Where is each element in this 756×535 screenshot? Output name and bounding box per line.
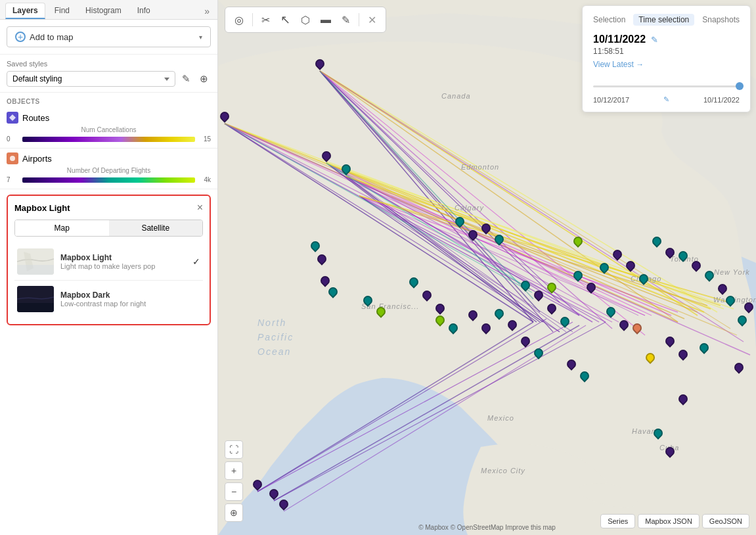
airport-pin-mw3[interactable] <box>547 304 556 315</box>
time-slider[interactable] <box>593 81 740 91</box>
airport-pin-dal1[interactable] <box>521 337 530 348</box>
toolbar-battery-button[interactable]: ▬ <box>317 12 335 28</box>
airport-pin-wc2[interactable] <box>317 254 326 266</box>
toolbar-close-button[interactable]: ✕ <box>364 12 380 28</box>
toolbar-camera-button[interactable]: ⬡ <box>297 12 314 28</box>
tab-info[interactable]: Info <box>131 3 157 19</box>
airport-pin-chi1[interactable] <box>573 271 583 283</box>
airport-pin-mw2[interactable] <box>534 291 543 302</box>
airport-pin-alaska2[interactable] <box>220 112 229 124</box>
airport-pin-ny3[interactable] <box>705 271 714 283</box>
airport-pin-hawaii1[interactable] <box>253 480 262 492</box>
airport-pin-east3[interactable] <box>626 261 635 273</box>
airport-pin-tor1[interactable] <box>652 237 661 248</box>
airport-pin-hou2[interactable] <box>580 371 589 383</box>
toolbar-edit-button[interactable]: ✎ <box>338 12 354 28</box>
airport-pin-fla2[interactable] <box>678 350 688 361</box>
mapbox-popup-title: Mapbox Light <box>14 203 70 213</box>
view-latest-link[interactable]: View Latest → <box>593 60 644 69</box>
series-button[interactable]: Series <box>600 514 635 528</box>
airport-pin-wc1[interactable] <box>311 241 320 253</box>
airport-pin-cn3[interactable] <box>481 223 491 235</box>
airport-pin-dc1[interactable] <box>718 284 727 296</box>
airport-pin-gulf1[interactable] <box>678 394 688 406</box>
airport-pin-center2[interactable] <box>422 291 432 302</box>
airport-pin-mia2[interactable] <box>665 447 675 459</box>
compass-button[interactable]: ⊕ <box>225 503 243 522</box>
airport-pin-mia1[interactable] <box>654 429 663 440</box>
airport-pin-hawaii3[interactable] <box>279 500 288 511</box>
toolbar-cursor-button[interactable]: ↖ <box>277 11 294 29</box>
airport-pin-cn1[interactable] <box>455 217 464 229</box>
airport-pin-tor2[interactable] <box>665 248 675 260</box>
airport-pin-fla3[interactable] <box>700 343 709 355</box>
airport-pin-mt1[interactable] <box>468 310 478 322</box>
airport-pin-orange1[interactable] <box>633 323 642 335</box>
airport-pin-east4[interactable] <box>639 274 648 286</box>
toolbar-scissors-button[interactable]: ✂ <box>257 12 274 28</box>
time-panel-tab-time[interactable]: Time selection <box>633 14 694 26</box>
tab-layers[interactable]: Layers <box>5 3 45 19</box>
time-panel-tab-selection[interactable]: Selection <box>593 15 625 24</box>
airport-pin-extra3[interactable] <box>734 363 744 375</box>
airport-pin-green1[interactable] <box>573 237 583 248</box>
airport-pin-ny1[interactable] <box>678 251 688 263</box>
add-style-button[interactable]: ⊕ <box>197 72 211 86</box>
collapse-panel-icon[interactable]: » <box>202 3 212 19</box>
airport-pin-alaska1[interactable] <box>315 59 324 71</box>
add-to-map-button[interactable]: + Add to map ▾ <box>7 26 211 47</box>
airport-pin-chi2[interactable] <box>587 283 596 294</box>
mapbox-json-button[interactable]: Mapbox JSON <box>638 514 700 528</box>
airport-pin-ny2[interactable] <box>692 261 701 273</box>
airport-pin-mt2[interactable] <box>481 323 491 335</box>
airport-pin-mw4[interactable] <box>560 317 569 329</box>
time-date-edit-icon[interactable]: ✎ <box>651 35 658 45</box>
airport-pin-sf2[interactable] <box>376 307 386 319</box>
fullscreen-button[interactable]: ⛶ <box>225 440 243 459</box>
mapbox-light-option[interactable]: Mapbox Light Light map to make layers po… <box>14 243 203 281</box>
style-select[interactable]: Default styling <box>7 71 175 87</box>
tab-find[interactable]: Find <box>48 3 76 19</box>
airport-pin-fla1[interactable] <box>665 337 675 348</box>
airport-pin-den1[interactable] <box>495 309 504 321</box>
airport-pin-nw1[interactable] <box>322 151 331 163</box>
airport-pin-cn2[interactable] <box>468 230 478 242</box>
zoom-in-button[interactable]: + <box>225 461 243 480</box>
map-type-tab-map[interactable]: Map <box>15 220 109 236</box>
airport-pin-cn4[interactable] <box>495 235 504 246</box>
airport-pin-wc3[interactable] <box>321 276 330 288</box>
map-type-tab-satellite[interactable]: Satellite <box>109 220 203 236</box>
airport-pin-sf1[interactable] <box>363 296 372 308</box>
map-area[interactable]: Canada Edmonton Calgary Montreal Toronto… <box>218 0 756 535</box>
airport-pin-east2[interactable] <box>613 250 622 262</box>
tab-histogram[interactable]: Histogram <box>79 3 128 19</box>
geo-json-button[interactable]: GeoJSON <box>702 514 749 528</box>
airport-pin-den2[interactable] <box>508 320 517 332</box>
edit-style-button[interactable]: ✎ <box>179 72 193 86</box>
airport-pin-dal2[interactable] <box>534 348 543 360</box>
airport-pin-se2[interactable] <box>619 320 629 332</box>
airport-pin-green3[interactable] <box>435 315 445 327</box>
airport-pin-wc4[interactable] <box>328 287 338 299</box>
zoom-out-button[interactable]: − <box>225 482 243 501</box>
airport-pin-se1[interactable] <box>606 307 615 319</box>
airport-pin-nw2[interactable] <box>342 164 351 176</box>
airport-pin-hou1[interactable] <box>567 360 576 371</box>
svg-line-57 <box>274 322 606 501</box>
airport-pin-dc2[interactable] <box>726 296 735 308</box>
time-range-start-edit-icon[interactable]: ✎ <box>663 95 669 104</box>
time-panel-tab-snapshots[interactable]: Snapshots <box>702 15 740 24</box>
airport-pin-yellow1[interactable] <box>646 353 655 365</box>
airport-pin-extra1[interactable] <box>744 302 753 314</box>
airport-pin-center3[interactable] <box>435 304 445 315</box>
mapbox-dark-option[interactable]: Mapbox Dark Low-contrast map for night <box>14 281 203 317</box>
mapbox-popup-close-button[interactable]: × <box>197 202 203 213</box>
airport-pin-extra2[interactable] <box>738 315 747 327</box>
airport-pin-hawaii2[interactable] <box>269 489 278 501</box>
airport-pin-center1[interactable] <box>409 277 418 289</box>
airport-pin-east1[interactable] <box>600 263 609 275</box>
airport-pin-green2[interactable] <box>547 283 556 294</box>
airport-pin-center4[interactable] <box>449 323 458 335</box>
airport-pin-mw1[interactable] <box>521 281 530 292</box>
toolbar-target-button[interactable]: ◎ <box>231 12 248 28</box>
